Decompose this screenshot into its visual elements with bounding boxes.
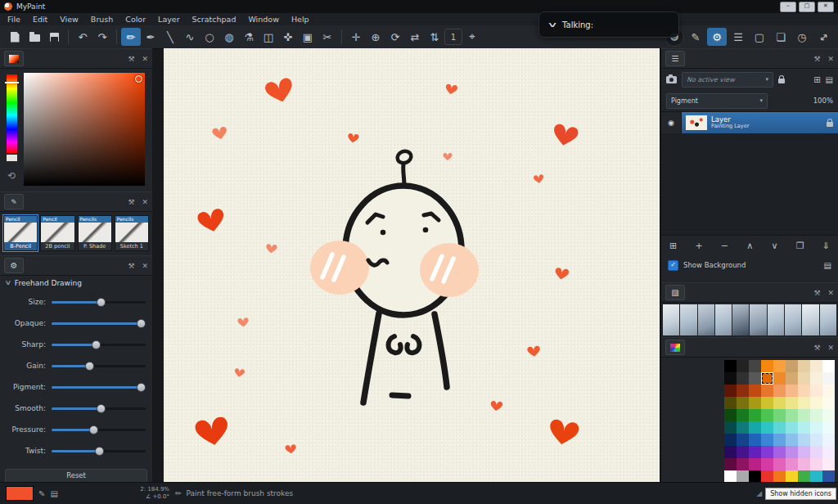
menu-window[interactable]: Window — [248, 15, 278, 24]
freehand-tool-button[interactable]: ✏ — [121, 28, 141, 46]
reset-button[interactable]: Reset — [5, 469, 147, 483]
layer-lock-icon[interactable] — [827, 122, 833, 127]
palette-swatch[interactable] — [724, 470, 737, 483]
current-color-swatch[interactable] — [6, 486, 34, 501]
palette-swatch[interactable] — [737, 360, 749, 372]
palette-swatch[interactable] — [737, 434, 749, 446]
duplicate-layer-button[interactable]: ❐ — [796, 241, 804, 251]
minimize-button[interactable]: ‒ — [780, 2, 796, 12]
palette-swatch[interactable] — [822, 372, 835, 385]
palette-swatch[interactable] — [773, 409, 786, 421]
open-file-button[interactable] — [25, 28, 44, 46]
layers-panel-button[interactable]: ☰ — [728, 28, 748, 46]
palette-swatch[interactable] — [724, 409, 737, 421]
rotate-view-button[interactable]: ⟳ — [385, 28, 405, 46]
palette-swatch[interactable] — [724, 372, 737, 385]
line-tool-button[interactable]: ╲ — [160, 28, 180, 46]
palette-swatch[interactable] — [798, 397, 810, 409]
brush-history-thumb[interactable] — [820, 304, 836, 335]
merge-layer-button[interactable]: ⇓ — [822, 241, 830, 251]
palette-swatch[interactable] — [822, 458, 835, 470]
palette-swatch[interactable] — [773, 360, 786, 372]
show-hidden-icons-tooltip[interactable]: Show hidden icons — [765, 488, 836, 500]
brush-groups-button[interactable]: ✎ — [686, 28, 705, 46]
slider-knob[interactable] — [92, 340, 101, 349]
tool-options-title-row[interactable]: ∨ Freehand Drawing — [0, 276, 152, 290]
layer-opacity-value[interactable]: 100% — [813, 97, 833, 105]
slider-track[interactable] — [52, 450, 146, 452]
menu-scratchpad[interactable]: Scratchpad — [192, 15, 237, 24]
slider-knob[interactable] — [97, 298, 106, 307]
palette-swatch[interactable] — [773, 385, 786, 397]
palette-swatch[interactable] — [737, 385, 749, 397]
page-icon[interactable]: ▤ — [826, 75, 833, 84]
palette-swatch[interactable] — [737, 409, 749, 421]
symmetry-tool-button[interactable]: ◫ — [259, 28, 278, 46]
pencil-status-icon[interactable]: ✎ — [38, 489, 45, 498]
palette-swatch[interactable] — [786, 421, 798, 434]
palette-swatch[interactable] — [761, 385, 773, 397]
palette-swatch[interactable] — [724, 434, 737, 446]
connected-lines-tool-button[interactable]: ∿ — [180, 28, 200, 46]
palette-swatch[interactable] — [749, 421, 761, 434]
palette-swatch[interactable] — [724, 421, 737, 434]
palette-swatch[interactable] — [761, 470, 773, 483]
frame-tool-button[interactable]: ▣ — [298, 28, 318, 46]
pan-view-button[interactable]: ✛ — [346, 28, 366, 46]
palette-swatch[interactable] — [786, 360, 798, 372]
palette-swatch[interactable] — [724, 458, 737, 470]
ellipse-tool-button[interactable]: ○ — [200, 28, 219, 46]
save-file-button[interactable] — [44, 28, 64, 46]
palette-swatch[interactable] — [773, 421, 786, 434]
palette-swatch[interactable] — [724, 360, 737, 372]
palette-swatch[interactable] — [798, 421, 810, 434]
single-window-button[interactable]: ▢ — [750, 28, 769, 46]
menu-file[interactable]: File — [7, 15, 20, 24]
palette-swatch[interactable] — [749, 397, 761, 409]
zoom-100-button[interactable]: 1 — [444, 29, 462, 45]
palette-swatch[interactable] — [810, 372, 822, 385]
brush-history-thumb[interactable] — [802, 304, 818, 335]
new-layer-group-button[interactable]: ⊞ — [669, 241, 677, 251]
palette-swatch[interactable] — [810, 360, 822, 372]
zoom-view-button[interactable]: ⊕ — [366, 28, 385, 46]
palette-swatch[interactable] — [822, 470, 835, 483]
camera-icon[interactable] — [666, 76, 677, 83]
brush-item-2b-pencil[interactable]: Pencil 2B pencil — [40, 215, 74, 251]
panel-config-icon[interactable]: ⚒ — [128, 262, 134, 270]
palette-swatch[interactable] — [761, 421, 773, 434]
palette-swatch[interactable] — [810, 446, 822, 458]
palette-swatch[interactable] — [822, 434, 835, 446]
brush-panel-tab[interactable]: ✎ — [4, 194, 24, 209]
slider-track[interactable] — [52, 386, 146, 389]
palette-swatch[interactable] — [761, 409, 773, 421]
expand-toolbar-button[interactable]: ↔ — [813, 28, 833, 46]
new-file-button[interactable] — [5, 28, 25, 46]
fullscreen-button[interactable]: ❏ — [771, 28, 791, 46]
slider-knob[interactable] — [137, 383, 146, 392]
brush-history-thumb[interactable] — [680, 304, 696, 335]
slider-track[interactable] — [52, 344, 146, 346]
palette-swatch[interactable] — [737, 421, 749, 434]
palette-swatch[interactable] — [810, 421, 822, 434]
menu-view[interactable]: View — [60, 15, 79, 24]
palette-swatch[interactable] — [822, 421, 835, 434]
brush-history-thumb[interactable] — [698, 304, 714, 335]
blend-mode-dropdown[interactable]: Pigment ▾ — [666, 93, 768, 109]
history-button[interactable]: ◷ — [792, 28, 812, 46]
tool-options-panel-tab[interactable]: ⚙ — [4, 258, 24, 273]
chevron-down-icon[interactable]: ∨ — [547, 20, 558, 29]
slider-track[interactable] — [52, 322, 146, 325]
maximize-button[interactable]: ▢ — [799, 2, 815, 12]
brush-history-thumb[interactable] — [663, 304, 679, 335]
panel-close-icon[interactable]: ✕ — [827, 344, 834, 352]
panel-close-icon[interactable]: ✕ — [142, 198, 148, 206]
color-panel-tab[interactable] — [4, 51, 24, 66]
palette-swatch[interactable] — [798, 434, 810, 446]
palette-swatch[interactable] — [737, 397, 749, 409]
palette-swatch[interactable] — [786, 434, 798, 446]
panel-config-icon[interactable]: ⚒ — [813, 344, 820, 352]
palette-panel-tab[interactable] — [665, 340, 685, 355]
palette-swatch[interactable] — [773, 470, 786, 483]
palette-swatch[interactable] — [786, 385, 798, 397]
